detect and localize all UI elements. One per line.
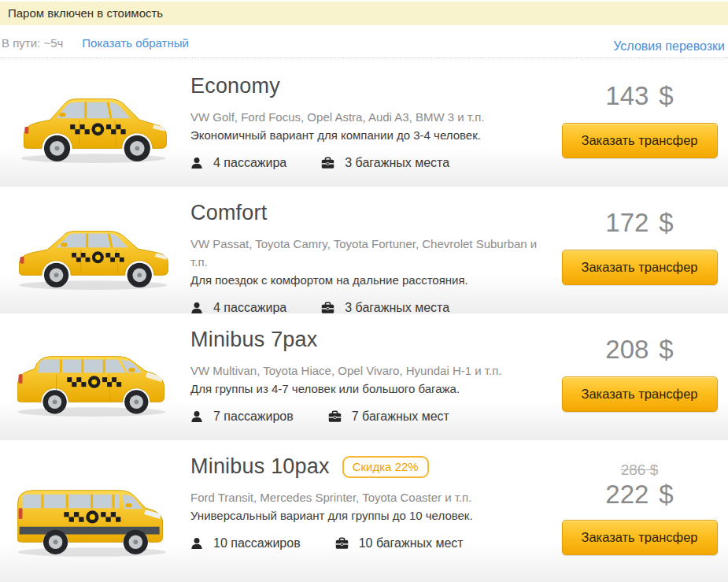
minibus10-models: Ford Transit, Mercedes Sprinter, Toyota … bbox=[190, 488, 543, 506]
minibus7-passengers: 7 пассажиров bbox=[190, 410, 294, 424]
trip-info-row: В пути: ~5ч Показать обратный Условия пе… bbox=[0, 25, 728, 52]
briefcase-icon bbox=[321, 157, 334, 169]
price-value: 208 bbox=[605, 335, 649, 365]
minibus7-car-image bbox=[0, 318, 187, 440]
vehicle-card-minibus7: Minibus 7pax VW Multivan, Toyota Hiace, … bbox=[0, 318, 728, 440]
price-value: 172 bbox=[605, 208, 649, 238]
price-currency: $ bbox=[659, 480, 673, 510]
discount-badge: Скидка 22% bbox=[342, 456, 429, 478]
economy-car-image bbox=[0, 65, 187, 187]
minibus7-title: Minibus 7pax bbox=[190, 328, 318, 352]
vehicle-card-comfort: Comfort VW Passat, Toyota Camry, Toyota … bbox=[0, 191, 728, 313]
minibus10-description: Универсальный вариант для группы до 10 ч… bbox=[190, 506, 543, 525]
briefcase-icon bbox=[335, 537, 349, 550]
minibus10-price-col: 286 $ 222 $ Заказать трансфер bbox=[551, 445, 728, 582]
vehicle-list: Economy VW Golf, Ford Focus, Opel Astra,… bbox=[0, 65, 728, 582]
passengers-label: 4 пассажира bbox=[213, 301, 286, 315]
economy-description: Экономичный вариант для компании до 3-4 … bbox=[190, 126, 543, 144]
comfort-price: 172 $ bbox=[605, 208, 673, 238]
person-icon bbox=[190, 410, 203, 423]
economy-title: Economy bbox=[190, 74, 280, 98]
economy-luggage: 3 багажных места bbox=[321, 156, 449, 170]
economy-models: VW Golf, Ford Focus, Opel Astra, Audi A3… bbox=[190, 108, 543, 126]
minibus7-luggage: 7 багажных мест bbox=[328, 410, 449, 424]
economy-passengers: 4 пассажира bbox=[190, 156, 286, 170]
price-currency: $ bbox=[659, 335, 673, 365]
luggage-label: 10 багажных мест bbox=[359, 536, 464, 550]
comfort-description: Для поездок с комфортом на дальние расст… bbox=[190, 271, 543, 289]
passengers-label: 10 пассажиров bbox=[213, 536, 301, 550]
minibus7-price: 208 $ bbox=[605, 335, 673, 365]
luggage-label: 3 багажных места bbox=[345, 156, 449, 170]
minivan-illustration bbox=[6, 333, 183, 426]
comfort-order-button[interactable]: Заказать трансфер bbox=[562, 250, 718, 285]
briefcase-icon bbox=[321, 302, 334, 314]
luggage-label: 7 багажных мест bbox=[352, 410, 449, 424]
price-value: 143 bbox=[605, 81, 649, 111]
show-return-link[interactable]: Показать обратный bbox=[82, 32, 189, 50]
minibus10-order-button[interactable]: Заказать трансфер bbox=[562, 520, 718, 555]
passengers-label: 4 пассажира bbox=[213, 156, 286, 170]
vehicle-card-economy: Economy VW Golf, Ford Focus, Opel Astra,… bbox=[0, 65, 728, 187]
trip-duration: В пути: ~5ч bbox=[2, 32, 63, 50]
price-currency: $ bbox=[659, 208, 673, 238]
minibus10-old-price: 286 $ bbox=[621, 462, 659, 479]
briefcase-icon bbox=[328, 410, 342, 423]
sedan-illustration bbox=[6, 206, 183, 299]
minibus7-info: Minibus 7pax VW Multivan, Toyota Hiace, … bbox=[187, 318, 551, 440]
person-icon bbox=[190, 302, 203, 314]
luggage-label: 3 багажных места bbox=[345, 301, 449, 315]
comfort-luggage: 3 багажных места bbox=[321, 301, 449, 315]
comfort-car-image bbox=[0, 191, 187, 313]
dotted-divider bbox=[0, 57, 728, 58]
person-icon bbox=[190, 537, 203, 550]
minibus7-models: VW Multivan, Toyota Hiace, Opel Vivaro, … bbox=[190, 361, 543, 380]
minibus7-description: Для группы из 4-7 человек или большого б… bbox=[190, 380, 543, 398]
passengers-label: 7 пассажиров bbox=[213, 410, 294, 424]
economy-info: Economy VW Golf, Ford Focus, Opel Astra,… bbox=[187, 65, 551, 187]
comfort-price-col: 172 $ Заказать трансфер bbox=[551, 191, 728, 313]
comfort-title: Comfort bbox=[190, 201, 267, 225]
economy-price: 143 $ bbox=[605, 81, 673, 111]
transport-conditions-link[interactable]: Условия перевозки bbox=[613, 32, 725, 54]
minibus7-order-button[interactable]: Заказать трансфер bbox=[562, 376, 718, 412]
price-value: 222 bbox=[605, 480, 649, 510]
ferry-notice: Паром включен в стоимость bbox=[0, 2, 728, 25]
economy-price-col: 143 $ Заказать трансфер bbox=[551, 65, 728, 187]
hatchback-illustration bbox=[6, 80, 183, 172]
minibus10-title: Minibus 10pax bbox=[190, 454, 330, 479]
price-currency: $ bbox=[659, 81, 673, 111]
comfort-models: VW Passat, Toyota Camry, Toyota Fortuner… bbox=[190, 235, 543, 271]
vehicle-card-minibus10: Minibus 10pax Скидка 22% Ford Transit, M… bbox=[0, 445, 728, 582]
minibus10-price: 222 $ bbox=[605, 480, 673, 510]
van-illustration bbox=[6, 469, 183, 565]
minibus10-passengers: 10 пассажиров bbox=[190, 536, 301, 550]
economy-order-button[interactable]: Заказать трансфер bbox=[562, 123, 718, 158]
person-icon bbox=[190, 157, 203, 169]
minibus10-car-image bbox=[0, 445, 187, 582]
minibus7-price-col: 208 $ Заказать трансфер bbox=[551, 318, 728, 440]
comfort-passengers: 4 пассажира bbox=[190, 301, 286, 315]
minibus10-luggage: 10 багажных мест bbox=[335, 536, 464, 550]
minibus10-info: Minibus 10pax Скидка 22% Ford Transit, M… bbox=[187, 445, 551, 582]
comfort-info: Comfort VW Passat, Toyota Camry, Toyota … bbox=[187, 191, 551, 313]
